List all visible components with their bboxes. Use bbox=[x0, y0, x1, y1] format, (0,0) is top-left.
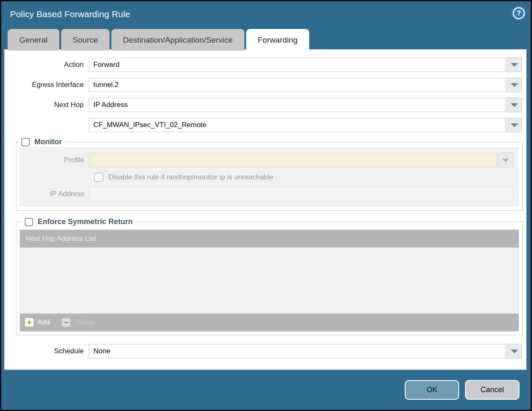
next-hop-type-select[interactable]: IP Address bbox=[89, 98, 506, 112]
monitor-ip-input bbox=[89, 187, 513, 201]
profile-row: Profile bbox=[20, 153, 513, 168]
disable-rule-label: Disable this rule if nexthop/monitor ip … bbox=[108, 173, 273, 181]
disable-rule-checkbox bbox=[94, 173, 103, 182]
action-dropdown-button[interactable] bbox=[506, 57, 522, 72]
next-hop-address-list-body[interactable] bbox=[20, 248, 519, 314]
chevron-down-icon bbox=[511, 83, 518, 87]
monitor-legend: Monitor bbox=[19, 138, 66, 146]
next-hop-address-list-header: Next Hop Address List bbox=[20, 230, 519, 248]
schedule-label: Schedule bbox=[5, 347, 89, 355]
profile-label: Profile bbox=[20, 156, 89, 164]
cancel-button[interactable]: Cancel bbox=[465, 380, 519, 400]
profile-dropdown-button bbox=[498, 153, 513, 168]
chevron-down-icon bbox=[502, 158, 509, 162]
chevron-down-icon bbox=[511, 103, 518, 107]
egress-interface-dropdown-button[interactable] bbox=[506, 77, 522, 92]
chevron-down-icon bbox=[511, 63, 518, 67]
action-select[interactable]: Forward bbox=[89, 58, 506, 72]
enforce-legend: Enforce Symmetric Return bbox=[23, 217, 136, 226]
next-hop-address-row: CF_MWAN_IPsec_VTI_02_Remote bbox=[5, 117, 522, 133]
action-row: Action Forward bbox=[5, 57, 522, 72]
delete-button: − Delete bbox=[62, 318, 95, 327]
next-hop-address-list-table: Next Hop Address List + Add − Delete bbox=[20, 230, 519, 332]
next-hop-row: Next Hop IP Address bbox=[5, 97, 522, 112]
schedule-row: Schedule None bbox=[5, 344, 522, 359]
monitor-ip-row: IP Address bbox=[20, 187, 513, 201]
next-hop-address-dropdown-button[interactable] bbox=[506, 117, 522, 133]
enforce-symmetric-return-group: Enforce Symmetric Return Next Hop Addres… bbox=[16, 217, 523, 335]
tab-bar: General Source Destination/Application/S… bbox=[8, 29, 524, 51]
delete-button-label: Delete bbox=[74, 318, 95, 327]
tab-source[interactable]: Source bbox=[61, 29, 110, 51]
tab-general[interactable]: General bbox=[8, 29, 59, 51]
next-hop-label: Next Hop bbox=[5, 101, 89, 109]
next-hop-address-input[interactable]: CF_MWAN_IPsec_VTI_02_Remote bbox=[89, 118, 506, 132]
schedule-select[interactable]: None bbox=[89, 344, 506, 358]
ok-button[interactable]: OK bbox=[405, 380, 459, 400]
monitor-checkbox[interactable] bbox=[21, 138, 30, 146]
minus-icon: − bbox=[62, 318, 71, 327]
monitor-legend-label: Monitor bbox=[34, 138, 62, 146]
enforce-legend-label: Enforce Symmetric Return bbox=[38, 217, 133, 226]
forwarding-tab-content: Action Forward Egress Interface tunnel.2… bbox=[4, 49, 527, 370]
add-button-label: Add bbox=[37, 318, 50, 327]
tab-destination-application-service[interactable]: Destination/Application/Service bbox=[111, 29, 244, 51]
egress-interface-label: Egress Interface bbox=[5, 81, 89, 89]
disable-rule-row: Disable this rule if nexthop/monitor ip … bbox=[94, 173, 513, 182]
next-hop-address-list-toolbar: + Add − Delete bbox=[20, 314, 519, 331]
egress-interface-select[interactable]: tunnel.2 bbox=[89, 78, 506, 92]
dialog-title: Policy Based Forwarding Rule bbox=[10, 9, 130, 19]
egress-interface-row: Egress Interface tunnel.2 bbox=[5, 77, 522, 92]
schedule-dropdown-button[interactable] bbox=[506, 344, 522, 359]
chevron-down-icon bbox=[511, 123, 518, 127]
monitor-fields: Profile Disable this rule if nexthop/mon… bbox=[20, 147, 519, 207]
dialog-window: Policy Based Forwarding Rule ? General S… bbox=[1, 1, 531, 410]
chevron-down-icon bbox=[511, 350, 518, 353]
monitor-group: Monitor Profile Disable this rule if nex… bbox=[16, 138, 523, 211]
next-hop-dropdown-button[interactable] bbox=[506, 97, 522, 112]
action-label: Action bbox=[5, 61, 89, 69]
tab-forwarding[interactable]: Forwarding bbox=[246, 29, 309, 51]
profile-select bbox=[89, 153, 497, 167]
add-button[interactable]: + Add bbox=[25, 318, 50, 327]
plus-icon: + bbox=[25, 318, 34, 327]
help-icon[interactable]: ? bbox=[513, 7, 525, 19]
enforce-symmetric-return-checkbox[interactable] bbox=[25, 218, 33, 226]
dialog-footer: OK Cancel bbox=[1, 370, 531, 410]
monitor-ip-label: IP Address bbox=[20, 190, 89, 198]
